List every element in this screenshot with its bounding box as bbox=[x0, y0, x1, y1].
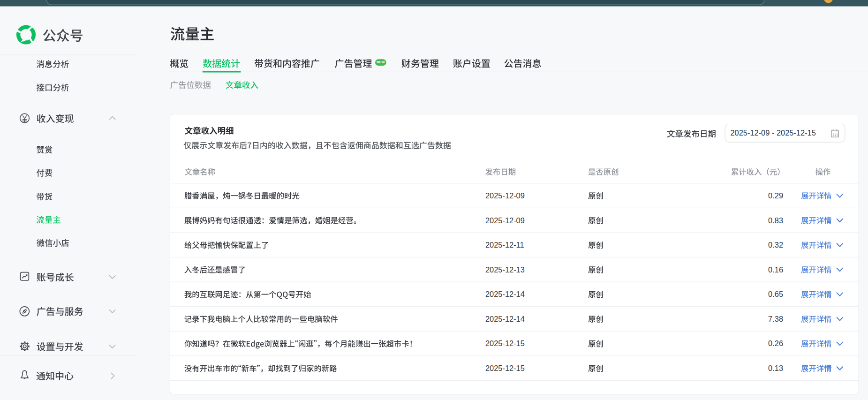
svg-text:0.65: 0.65 bbox=[768, 290, 783, 298]
svg-text:2025-12-09: 2025-12-09 bbox=[485, 191, 525, 200]
svg-text:0.16: 0.16 bbox=[768, 265, 783, 274]
svg-text:2025-12-14: 2025-12-14 bbox=[485, 315, 525, 323]
svg-text:2025-12-11: 2025-12-11 bbox=[485, 241, 524, 249]
svg-text:0.13: 0.13 bbox=[768, 364, 783, 372]
svg-text:2025-12-09 - 2025-12-15: 2025-12-09 - 2025-12-15 bbox=[731, 128, 816, 137]
svg-text:0.29: 0.29 bbox=[768, 191, 783, 200]
svg-text:NEW: NEW bbox=[377, 60, 385, 64]
svg-text:0.83: 0.83 bbox=[768, 216, 783, 225]
svg-text:2025-12-15: 2025-12-15 bbox=[485, 364, 525, 372]
svg-text:2025-12-14: 2025-12-14 bbox=[485, 290, 525, 298]
svg-text:0.26: 0.26 bbox=[768, 339, 783, 347]
svg-text:2025-12-13: 2025-12-13 bbox=[485, 265, 525, 274]
svg-text:0.32: 0.32 bbox=[768, 241, 783, 249]
svg-text:2025-12-15: 2025-12-15 bbox=[485, 339, 525, 347]
svg-text:7.38: 7.38 bbox=[768, 315, 783, 323]
svg-text:2025-12-09: 2025-12-09 bbox=[485, 216, 525, 225]
